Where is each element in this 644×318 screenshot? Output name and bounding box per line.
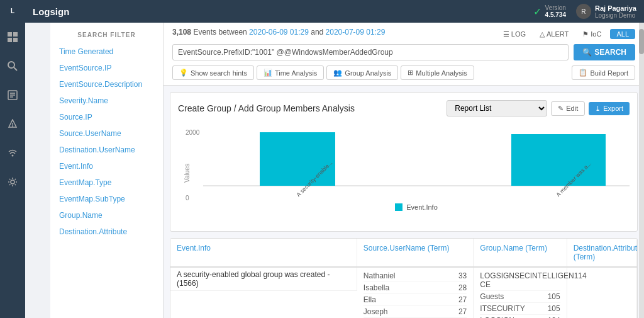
analysis-header: Create Group / Add Group Members Analysi… — [178, 100, 630, 116]
btn-alert[interactable]: △ ALERT — [535, 29, 574, 40]
chart-area: Values 2000 0 A security-enable... A mem… — [178, 123, 630, 224]
icon-bar: L — [0, 0, 25, 318]
edit-icon: ✎ — [558, 105, 564, 113]
bar-2 — [511, 134, 606, 186]
search-input[interactable] — [172, 44, 569, 60]
sidebar-item-group-name[interactable]: Group.Name — [50, 207, 163, 224]
sidebar-item-severity-name[interactable]: Severity.Name — [50, 93, 163, 109]
legend-label: Event.Info — [406, 203, 438, 211]
data-table: Event.Info Source.UserName (Term) Group.… — [170, 238, 638, 318]
sub-row: Ella27 — [364, 294, 467, 306]
count-2: 28 — [458, 283, 467, 292]
svg-line-5 — [14, 67, 17, 71]
export-label: Export — [603, 105, 623, 112]
events-count: 3,108 — [172, 28, 191, 37]
col-event-info: Event.Info — [170, 239, 357, 266]
table-body: A security-enabled global group was crea… — [170, 268, 637, 318]
sidebar-item-source-ip[interactable]: Source.IP — [50, 109, 163, 125]
sidebar-item-event-info[interactable]: Event.Info — [50, 158, 163, 174]
sidebar-item-eventsource-description[interactable]: EventSource.Description — [50, 76, 163, 93]
logo-text: L — [9, 5, 16, 17]
nav-icon-alerts[interactable] — [4, 115, 21, 133]
nav-icon-wifi[interactable] — [4, 144, 21, 162]
report-list-select[interactable]: Report List — [447, 100, 547, 116]
chart-svg: A security-enable... A member was a... — [203, 123, 630, 205]
scrollbar-thumb[interactable] — [639, 29, 644, 54]
nav-icon-settings[interactable] — [4, 173, 21, 191]
version-details: Version 4.5.734 — [545, 4, 566, 18]
group-3: ITSECURITY — [480, 304, 525, 313]
btn-alert-label: ALERT — [547, 30, 569, 38]
hints-icon: 💡 — [179, 69, 188, 77]
user-name: Raj Pagariya — [595, 4, 636, 12]
analysis-section: Create Group / Add Group Members Analysi… — [170, 92, 638, 232]
btn-ioc[interactable]: ⚑ IoC — [577, 29, 606, 40]
nav-icon-dashboard[interactable] — [4, 28, 21, 46]
export-icon: ⤓ — [595, 105, 601, 113]
y-tick-max: 2000 — [186, 129, 199, 136]
count-1: 33 — [458, 271, 467, 280]
sub-row: Joseph27 — [364, 306, 467, 318]
sidebar-item-eventmap-subtype[interactable]: EventMap.SubType — [50, 191, 163, 207]
svg-rect-2 — [8, 38, 12, 42]
nav-icon-reports[interactable] — [4, 86, 21, 104]
btn-all[interactable]: ALL — [610, 29, 635, 39]
username-3: Ella — [364, 295, 376, 304]
btn-build-report[interactable]: 📋 Build Report — [572, 65, 635, 80]
btn-log[interactable]: ☰ LOG — [498, 29, 531, 40]
bar-1 — [260, 132, 335, 186]
count-4: 27 — [458, 307, 467, 316]
col-source-username: Source.UserName (Term) — [357, 239, 474, 266]
y-axis-label: Values — [184, 164, 191, 183]
user-avatar: R — [576, 4, 591, 19]
export-button[interactable]: ⤓ Export — [589, 102, 630, 115]
col-group-name: Group.Name (Term) — [474, 239, 567, 266]
sidebar-item-eventsource-ip[interactable]: EventSource.IP — [50, 60, 163, 76]
sidebar-item-destination-username[interactable]: Destination.UserName — [50, 142, 163, 158]
btn-multiple-analysis[interactable]: ⊞ Multiple Analysis — [401, 65, 474, 80]
username-4: Joseph — [364, 307, 388, 316]
btn-time-analysis[interactable]: 📊 Time Analysis — [257, 65, 324, 80]
search-button[interactable]: 🔍 SEARCH — [574, 44, 635, 60]
date-start: 2020-06-09 01:29 — [249, 28, 309, 37]
date-between: and — [311, 28, 325, 37]
log-icon: ☰ — [503, 30, 509, 38]
sidebar-item-destination-attribute[interactable]: Destination.Attribute — [50, 224, 163, 240]
time-icon: 📊 — [264, 69, 272, 77]
sub-row-group: Guests105 — [480, 291, 560, 303]
events-label: Events between — [193, 28, 249, 37]
sub-row: Isabella28 — [364, 282, 467, 294]
scrollbar-track[interactable] — [639, 23, 644, 318]
btn-show-hints[interactable]: 💡 Show search hints — [172, 65, 254, 80]
svg-rect-3 — [13, 38, 18, 42]
svg-point-11 — [12, 125, 13, 127]
main-container: SEARCH FILTER Time Generated EventSource… — [50, 23, 644, 318]
user-org: Logsign Demo — [595, 12, 636, 19]
top-bar: 3,108 Events between 2020-06-09 01:29 an… — [164, 23, 644, 86]
count-3: 27 — [458, 295, 467, 304]
username-1: Nathaniel — [364, 271, 396, 280]
nav-icon-search[interactable] — [4, 57, 21, 75]
sidebar-item-source-username[interactable]: Source.UserName — [50, 125, 163, 142]
action-buttons: 💡 Show search hints 📊 Time Analysis 👥 Gr… — [172, 65, 635, 80]
edit-button[interactable]: ✎ Edit — [551, 101, 585, 116]
legend-color — [395, 203, 402, 211]
svg-point-13 — [11, 180, 14, 184]
btn-all-label: ALL — [616, 30, 629, 38]
event-info-text: A security-enabled global group was crea… — [177, 270, 330, 288]
multiple-icon: ⊞ — [408, 69, 413, 77]
search-icon: 🔍 — [582, 48, 592, 57]
sidebar-item-time-generated[interactable]: Time Generated — [50, 43, 163, 60]
date-end: 2020-07-09 01:29 — [326, 28, 386, 37]
analysis-title: Create Group / Add Group Members Analysi… — [178, 103, 447, 113]
td-group-names: LOGSIGNSECINTELLIGEN CE114 Guests105 ITS… — [474, 268, 567, 318]
sub-row-group: LOGSIGN104 — [480, 315, 560, 318]
search-row: 🔍 SEARCH — [172, 44, 635, 60]
sidebar-item-eventmap-type[interactable]: EventMap.Type — [50, 174, 163, 191]
group-2: Guests — [480, 292, 504, 301]
btn-group-analysis[interactable]: 👥 Group Analysis — [326, 65, 398, 80]
table-header: Event.Info Source.UserName (Term) Group.… — [170, 239, 637, 268]
edit-label: Edit — [566, 105, 578, 112]
user-details: Raj Pagariya Logsign Demo — [595, 4, 636, 19]
user-info: R Raj Pagariya Logsign Demo — [576, 4, 636, 19]
